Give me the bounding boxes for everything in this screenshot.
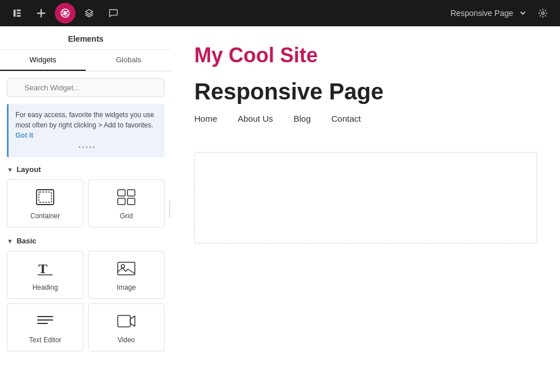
widget-grid[interactable]: Grid xyxy=(88,179,165,227)
canvas-placeholder-box[interactable] xyxy=(194,152,537,243)
add-element-button[interactable] xyxy=(31,3,51,23)
tip-dots: • • • • • xyxy=(15,143,158,151)
image-icon xyxy=(117,261,135,279)
elementor-logo-icon xyxy=(12,8,22,18)
comments-button[interactable] xyxy=(103,3,123,23)
svg-rect-0 xyxy=(14,10,16,17)
widget-heading-label: Heading xyxy=(33,283,58,291)
widget-container[interactable]: Container xyxy=(7,179,83,227)
svg-point-14 xyxy=(542,12,545,15)
basic-collapse-arrow: ▼ xyxy=(7,238,13,245)
widget-text-editor-label: Text Editor xyxy=(29,336,62,344)
top-bar: Responsive Page xyxy=(0,0,560,26)
site-title: My Cool Site xyxy=(194,43,537,67)
nav-item-blog[interactable]: Blog xyxy=(294,114,311,123)
search-input[interactable] xyxy=(7,78,165,97)
container-icon xyxy=(36,189,54,207)
widget-heading[interactable]: T Heading xyxy=(7,251,83,299)
page-title: Responsive Page xyxy=(194,79,537,105)
elements-panel-button[interactable] xyxy=(55,3,75,23)
svg-rect-1 xyxy=(17,10,21,11)
canvas-area[interactable]: My Cool Site Responsive Page Home About … xyxy=(171,26,560,392)
site-header: My Cool Site Responsive Page Home About … xyxy=(171,26,560,141)
widget-image-label: Image xyxy=(117,283,135,291)
top-bar-right[interactable]: Responsive Page xyxy=(450,3,553,23)
got-it-link[interactable]: Got It xyxy=(15,131,33,139)
nav-item-contact[interactable]: Contact xyxy=(331,114,361,123)
svg-rect-3 xyxy=(17,15,21,17)
widget-video-label: Video xyxy=(118,336,135,344)
section-layout-label: Layout xyxy=(17,165,41,174)
sidebar-tabs: Widgets Globals xyxy=(0,50,171,71)
svg-text:T: T xyxy=(38,261,47,276)
resize-handle-visual xyxy=(169,201,170,218)
search-wrapper: 🔍 xyxy=(7,78,165,97)
tab-widgets[interactable]: Widgets xyxy=(0,50,86,71)
canvas-inner: My Cool Site Responsive Page Home About … xyxy=(171,26,560,392)
svg-rect-28 xyxy=(118,315,130,327)
section-layout-header[interactable]: ▼ Layout xyxy=(7,165,165,174)
heading-icon: T xyxy=(37,261,54,279)
sidebar-header: Elements xyxy=(0,26,171,50)
section-basic-label: Basic xyxy=(17,237,37,245)
layers-button[interactable] xyxy=(79,3,99,23)
page-chevron-icon xyxy=(518,8,528,18)
widget-grid-label: Grid xyxy=(120,212,133,220)
svg-rect-19 xyxy=(118,198,125,205)
sidebar: Elements Widgets Globals 🔍 For easy acce… xyxy=(0,26,171,392)
svg-rect-16 xyxy=(39,192,51,202)
page-name-label: Responsive Page xyxy=(450,9,513,18)
svg-rect-18 xyxy=(127,190,135,196)
nav-item-about[interactable]: About Us xyxy=(238,114,273,123)
nav-item-home[interactable]: Home xyxy=(194,114,217,123)
sidebar-title: Elements xyxy=(68,34,103,43)
comment-icon xyxy=(108,8,118,18)
elements-panel-icon xyxy=(60,8,70,18)
svg-rect-20 xyxy=(127,198,135,205)
widget-container-label: Container xyxy=(30,212,60,220)
sidebar-content: 🔍 For easy access, favorite the widgets … xyxy=(0,71,171,392)
plus-icon xyxy=(36,8,46,18)
tab-globals[interactable]: Globals xyxy=(86,50,171,71)
svg-point-13 xyxy=(66,14,68,16)
grid-icon xyxy=(117,189,135,207)
tip-text: For easy access, favorite the widgets yo… xyxy=(15,111,154,129)
nav-bar: Home About Us Blog Contact xyxy=(194,114,537,135)
elementor-logo-button[interactable] xyxy=(7,3,27,23)
svg-point-12 xyxy=(63,11,65,13)
svg-rect-23 xyxy=(118,262,135,275)
svg-rect-17 xyxy=(118,190,125,196)
layout-collapse-arrow: ▼ xyxy=(7,166,13,173)
main-layout: Elements Widgets Globals 🔍 For easy acce… xyxy=(0,26,560,392)
widget-text-editor[interactable]: Text Editor xyxy=(7,303,83,351)
svg-rect-2 xyxy=(17,13,21,14)
video-icon xyxy=(117,313,135,331)
widget-video[interactable]: Video xyxy=(88,303,165,351)
widget-image[interactable]: Image xyxy=(88,251,165,299)
section-basic-header[interactable]: ▼ Basic xyxy=(7,237,165,245)
svg-point-24 xyxy=(121,265,125,268)
widget-grid-layout: Container Grid xyxy=(7,179,165,227)
tip-box: For easy access, favorite the widgets yo… xyxy=(7,104,165,157)
widget-grid-basic: T Heading Image xyxy=(7,251,165,351)
settings-button[interactable] xyxy=(533,3,553,23)
layers-icon xyxy=(84,8,94,18)
gear-icon xyxy=(538,8,548,18)
text-editor-icon xyxy=(36,313,54,331)
top-bar-left xyxy=(7,3,123,23)
